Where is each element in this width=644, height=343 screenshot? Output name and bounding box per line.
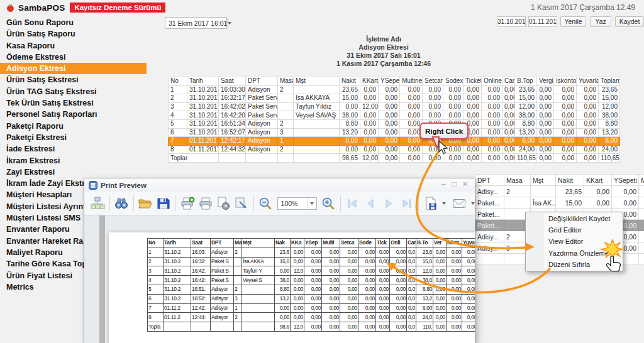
sidebar-item[interactable]: Paketçi Raporu xyxy=(0,121,147,132)
column-header[interactable]: KKa xyxy=(291,239,304,248)
column-header[interactable]: Nak xyxy=(275,239,291,248)
close-button[interactable]: × xyxy=(463,180,467,188)
export-dropdown-caret[interactable] xyxy=(442,202,446,205)
sidebar-item[interactable]: Ürün Satış Ekstresi xyxy=(0,74,147,85)
zoom-out-button[interactable] xyxy=(257,195,274,212)
preview-scrollbar[interactable] xyxy=(99,215,105,343)
column-header[interactable]: Online xyxy=(482,77,502,86)
sidebar-item[interactable]: Zayi Ekstresi xyxy=(0,166,147,178)
grid-row[interactable]: 701.11.201712:42:17Adisyon10,000,000,000… xyxy=(169,137,620,146)
column-header[interactable]: Setcard xyxy=(423,77,443,86)
minimize-button[interactable]: – xyxy=(441,180,446,188)
column-header[interactable]: Mşt xyxy=(242,239,275,248)
context-menu-item[interactable]: View Editor xyxy=(526,236,623,247)
print-preview-print-button[interactable] xyxy=(197,195,214,212)
column-header[interactable]: KKart xyxy=(584,175,612,186)
quick-print-button[interactable] xyxy=(179,195,196,212)
sidebar-item[interactable]: Paketçi Ekstresi xyxy=(0,132,147,143)
sidebar-item[interactable]: Adisyon Ektresi xyxy=(0,63,147,74)
column-header[interactable]: İskonto xyxy=(554,77,577,86)
export-button[interactable] xyxy=(422,195,439,212)
column-header[interactable]: Ver xyxy=(433,239,447,248)
column-header[interactable]: Nakit xyxy=(556,175,584,186)
column-header[interactable]: Masa xyxy=(278,77,294,86)
email-dropdown-caret[interactable] xyxy=(471,202,475,205)
page-setup-button[interactable] xyxy=(215,195,232,212)
column-header[interactable]: Multi xyxy=(322,239,340,248)
grid-row[interactable]: Adisy...223,650,000,000,00 xyxy=(475,186,644,197)
column-header[interactable]: DPT xyxy=(475,175,504,186)
column-header[interactable]: İskor xyxy=(447,239,462,248)
search-button[interactable] xyxy=(113,195,130,212)
grid-row[interactable]: 531.10.201716:51:34Adisyon28,800,000,000… xyxy=(169,119,620,128)
maximize-button[interactable]: □ xyxy=(452,180,457,188)
refresh-button[interactable]: Yenile xyxy=(560,16,586,27)
first-page-button[interactable] xyxy=(344,195,361,212)
email-button[interactable] xyxy=(451,195,468,212)
column-header[interactable]: Mas xyxy=(234,239,242,248)
sidebar-item[interactable]: Ödeme Ekstresi xyxy=(0,52,147,63)
work-period-dropdown[interactable] xyxy=(227,18,231,28)
save-preview-button[interactable] xyxy=(155,195,172,212)
grid-row[interactable]: 131.10.201716:03:30Adisyon223,650,000,00… xyxy=(169,85,620,94)
column-header[interactable]: YSepeti xyxy=(379,77,400,86)
document-map-button[interactable] xyxy=(89,195,106,212)
sidebar-item[interactable]: Ürün TAG Satış Ekstresi xyxy=(0,86,147,97)
sidebar-item[interactable]: İkram Ekstresi xyxy=(0,155,147,166)
column-header[interactable]: B.Top xyxy=(515,77,537,86)
previous-page-button[interactable] xyxy=(362,195,379,212)
column-header[interactable]: YSep xyxy=(304,239,322,248)
grid-row[interactable]: 231.10.201716:32:17Paket Servisİsa AKKAY… xyxy=(169,94,620,103)
column-header[interactable]: Onli xyxy=(390,239,407,248)
column-header[interactable]: No xyxy=(169,77,187,86)
context-menu-item[interactable]: Yazdırma Önizleme xyxy=(526,248,623,259)
work-period-picker[interactable]: 31 Ekim 2017 16:01 xyxy=(165,17,227,29)
next-page-button[interactable] xyxy=(380,195,397,212)
column-header[interactable]: Tarih xyxy=(164,239,191,248)
zoom-in-button[interactable] xyxy=(320,195,337,212)
grid-row[interactable]: 431.10.201716:42:20Paket ServisVeysel SA… xyxy=(169,111,620,120)
column-header[interactable]: Nakit xyxy=(340,77,360,86)
zoom-level-dropdown[interactable] xyxy=(307,198,316,209)
context-menu-item[interactable]: Grid Editor xyxy=(526,224,623,236)
column-header[interactable]: Sodexo xyxy=(443,77,464,86)
column-header[interactable]: Cari xyxy=(407,239,416,248)
save-button[interactable]: Kaydet xyxy=(615,16,644,27)
column-header[interactable]: DPT xyxy=(246,77,278,86)
print-preview-titlebar[interactable]: Print Preview – □ × xyxy=(84,178,475,192)
column-header[interactable]: KKart xyxy=(360,77,379,86)
date-to-input[interactable] xyxy=(528,16,557,27)
column-header[interactable]: Masa xyxy=(504,175,531,186)
column-header[interactable]: Sode xyxy=(358,239,376,248)
column-header[interactable]: B.To xyxy=(416,239,433,248)
column-header[interactable]: Tarih xyxy=(187,77,219,86)
column-header[interactable]: Mşt xyxy=(294,77,340,86)
column-header[interactable]: Ticket xyxy=(464,77,482,86)
column-header[interactable]: No xyxy=(148,239,164,248)
column-header[interactable]: YSepeti xyxy=(612,175,639,186)
sidebar-item[interactable]: Gün Sonu Raporu xyxy=(0,17,147,28)
print-button[interactable]: Yaz xyxy=(590,16,611,27)
column-header[interactable]: Multi... xyxy=(639,175,644,186)
date-from-input[interactable] xyxy=(497,16,526,27)
sidebar-item[interactable]: İade Ekstresi xyxy=(0,143,147,155)
grid-row[interactable]: 631.10.201716:52:07Adisyon313,200,000,00… xyxy=(169,128,620,137)
column-header[interactable]: DPT xyxy=(211,239,234,248)
last-page-button[interactable] xyxy=(398,195,415,212)
context-menu-item[interactable]: Değişiklikleri Kaydet xyxy=(526,213,623,224)
grid-row[interactable]: Paket...İsa AK...15,000,000,000,00 xyxy=(475,197,644,209)
zoom-level-combo[interactable]: 100% xyxy=(277,197,317,210)
open-button[interactable] xyxy=(137,195,154,212)
column-header[interactable]: Vergi xyxy=(537,77,554,86)
column-header[interactable]: Toplam xyxy=(599,77,620,86)
column-header[interactable]: Saat xyxy=(191,239,211,248)
grid-total-row[interactable]: Toplam98,6512,000,000,000,000,000,000,00… xyxy=(169,154,620,163)
scale-button[interactable] xyxy=(233,195,250,212)
grid-row[interactable]: 801.11.201712:44:32Adisyon20,000,000,000… xyxy=(169,145,620,154)
column-header[interactable]: Mşt xyxy=(531,175,556,186)
column-header[interactable]: Cari xyxy=(502,77,515,86)
column-header[interactable]: Yuva xyxy=(462,239,475,248)
column-header[interactable]: Yuvarla xyxy=(577,77,599,86)
grid-row[interactable]: 331.10.201716:42:02Paket ServisTayfun Yı… xyxy=(169,102,620,111)
column-header[interactable]: Saat xyxy=(219,77,246,86)
